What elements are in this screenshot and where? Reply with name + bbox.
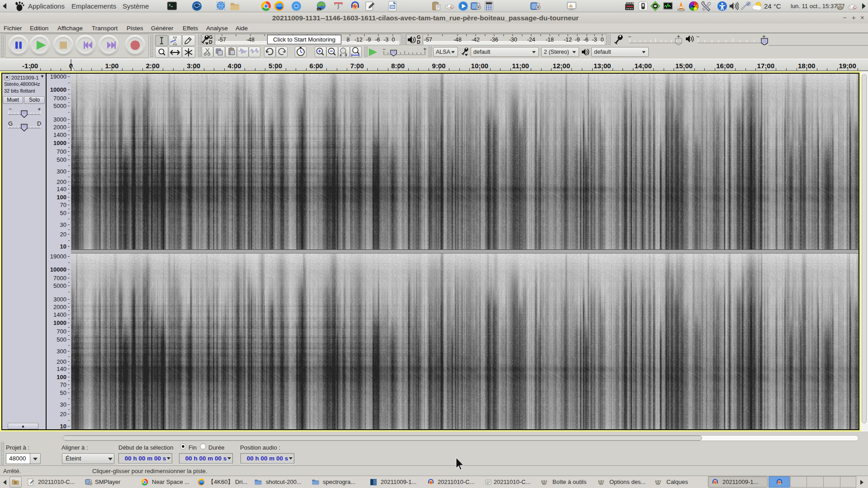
svg-text:−: − [9,106,12,112]
svg-text:−: − [382,47,386,52]
svg-text:G: G [8,120,13,127]
svg-text:+: + [677,34,680,40]
svg-text:D: D [37,120,41,127]
svg-text:Pro: Pro [317,8,321,10]
